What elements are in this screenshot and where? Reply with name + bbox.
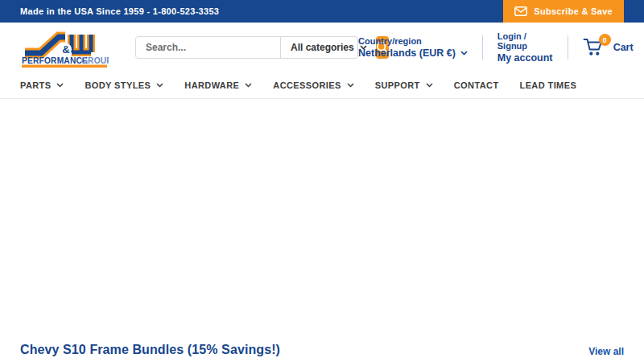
search-input[interactable] [136,37,280,58]
main-content-area [0,99,644,343]
main-nav: PARTS BODY STYLES HARDWARE ACCESSORIES S… [0,72,644,99]
chevron-down-icon [245,83,252,88]
section-title: Chevy S10 Frame Bundles (15% Savings!) [20,343,280,357]
logo[interactable]: & PERFORMANCE GROUP [20,27,109,68]
header-divider [568,35,568,60]
nav-item-contact[interactable]: CONTACT [454,80,499,90]
chevron-down-icon [426,83,433,88]
nav-item-label: SUPPORT [375,80,420,90]
cart-count-badge: 0 [599,34,611,46]
chevron-down-icon [460,51,468,56]
nav-item-label: CONTACT [454,80,499,90]
search-bar: All categories [135,36,358,59]
my-account-link[interactable]: My account [497,52,553,64]
cart-icon: 0 [583,38,605,57]
nav-item-parts[interactable]: PARTS [20,80,64,90]
country-region-label: Country/region [358,36,468,46]
logo-text-group: GROUP [81,56,109,65]
header-right: Country/region Netherlands (EUR €) Login… [358,31,634,64]
nav-item-body-styles[interactable]: BODY STYLES [85,80,163,90]
country-region-block: Country/region Netherlands (EUR €) [358,36,468,59]
account-block: Login / Signup My account [497,31,553,64]
section-header: Chevy S10 Frame Bundles (15% Savings!) V… [0,343,644,357]
subscribe-button-label: Subscribe & Save [534,6,613,16]
nav-item-accessories[interactable]: ACCESSORIES [273,80,353,90]
header-divider [482,35,483,60]
country-region-value: Netherlands (EUR €) [358,47,456,59]
topbar: Made in the USA Since 1959 - 1-800-523-3… [0,0,644,23]
cart-button[interactable]: 0 Cart [583,38,634,57]
view-all-link[interactable]: View all [588,346,624,357]
cart-label: Cart [613,42,634,53]
logo-text-performance: PERFORMANCE [22,56,88,65]
nav-item-lead-times[interactable]: LEAD TIMES [520,80,577,90]
nav-item-support[interactable]: SUPPORT [375,80,433,90]
topbar-message: Made in the USA Since 1959 - 1-800-523-3… [20,6,219,16]
login-signup-link[interactable]: Login / Signup [497,31,553,51]
chevron-down-icon [156,83,163,88]
nav-item-label: BODY STYLES [85,80,151,90]
nav-item-label: ACCESSORIES [273,80,341,90]
envelope-icon [514,6,527,16]
logo-ampersand: & [62,43,69,56]
nav-item-label: HARDWARE [184,80,239,90]
country-region-selector[interactable]: Netherlands (EUR €) [358,47,468,59]
subscribe-button[interactable]: Subscribe & Save [503,0,624,23]
chevron-down-icon [56,83,64,88]
nav-item-label: PARTS [20,80,51,90]
nav-item-hardware[interactable]: HARDWARE [184,80,252,90]
categories-dropdown-label: All categories [291,42,354,53]
nav-item-label: LEAD TIMES [520,80,577,90]
chevron-down-icon [347,83,354,88]
header: & PERFORMANCE GROUP All categories [0,23,644,72]
